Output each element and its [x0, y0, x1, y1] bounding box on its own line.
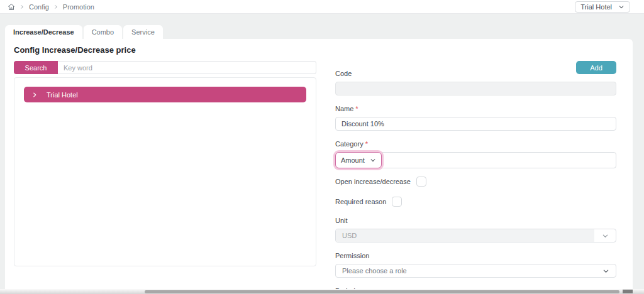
category-label: Category*: [335, 140, 616, 148]
breadcrumb-config[interactable]: Config: [29, 3, 49, 11]
category-input-row[interactable]: Amount: [335, 152, 616, 168]
required-reason-label: Required reason: [335, 198, 386, 205]
content-panel: Config Increase/Decrease price Search Tr…: [5, 39, 633, 294]
name-input[interactable]: [335, 117, 616, 131]
tab-service[interactable]: Service: [123, 25, 163, 39]
promotion-form: Add Code Name* Category* Amount: [335, 61, 616, 294]
open-increase-decrease-row: Open increase/decrease: [335, 177, 616, 187]
tab-increase-decrease[interactable]: Increase/Decrease: [5, 25, 82, 39]
tab-bar: Increase/Decrease Combo Service: [5, 25, 163, 39]
home-icon[interactable]: [8, 3, 15, 11]
permission-select-placeholder: Please choose a role: [342, 267, 407, 275]
chevron-down-icon: [602, 268, 609, 275]
chevron-right-icon: [19, 4, 25, 9]
permission-label: Permission: [335, 252, 616, 259]
horizontal-scrollbar-thumb[interactable]: [145, 290, 619, 293]
open-increase-decrease-checkbox[interactable]: [416, 177, 426, 187]
tab-combo[interactable]: Combo: [84, 25, 122, 39]
unit-field-group: Unit USD: [335, 217, 616, 242]
name-field-group: Name*: [335, 105, 616, 131]
hotel-selector[interactable]: Trial Hotel: [575, 1, 630, 13]
code-label: Code: [335, 70, 616, 77]
top-header: Config Promotion Trial Hotel: [0, 0, 644, 14]
tree-node-trial-hotel[interactable]: Trial Hotel: [24, 87, 306, 102]
chevron-down-icon: [594, 232, 616, 239]
breadcrumb: Config Promotion: [8, 3, 94, 11]
horizontal-scrollbar-track[interactable]: [0, 289, 644, 294]
search-input[interactable]: [58, 61, 316, 74]
chevron-down-icon: [618, 4, 625, 10]
required-reason-row: Required reason: [335, 197, 616, 207]
permission-select[interactable]: Please choose a role: [335, 264, 616, 278]
permission-field-group: Permission Please choose a role: [335, 252, 616, 278]
horizontal-scrollbar-corner: [623, 290, 633, 293]
name-label: Name*: [335, 105, 616, 112]
required-asterisk: *: [355, 105, 358, 112]
tree-node-label: Trial Hotel: [47, 91, 78, 99]
category-field-group: Category* Amount: [335, 140, 616, 168]
required-asterisk: *: [365, 140, 368, 148]
breadcrumb-promotion[interactable]: Promotion: [63, 3, 94, 11]
chevron-right-icon: [53, 4, 58, 9]
chevron-right-icon[interactable]: [31, 92, 38, 98]
hotel-tree-section: Search Trial Hotel: [14, 61, 316, 294]
hotel-tree-panel: Trial Hotel: [14, 77, 316, 266]
unit-select-value: USD: [336, 229, 594, 242]
search-bar: Search: [14, 61, 316, 74]
category-select-value: Amount: [341, 156, 365, 164]
add-button[interactable]: Add: [576, 61, 616, 74]
code-input: [335, 82, 616, 95]
chevron-down-icon: [370, 157, 376, 163]
code-field-group: Code: [335, 70, 616, 95]
hotel-selector-value: Trial Hotel: [580, 3, 612, 11]
open-increase-decrease-label: Open increase/decrease: [335, 178, 411, 185]
category-select[interactable]: Amount: [335, 152, 382, 168]
unit-select: USD: [335, 229, 616, 242]
unit-label: Unit: [335, 217, 616, 224]
page-title: Config Increase/Decrease price: [14, 45, 624, 55]
search-button[interactable]: Search: [14, 61, 58, 74]
required-reason-checkbox[interactable]: [392, 197, 402, 207]
